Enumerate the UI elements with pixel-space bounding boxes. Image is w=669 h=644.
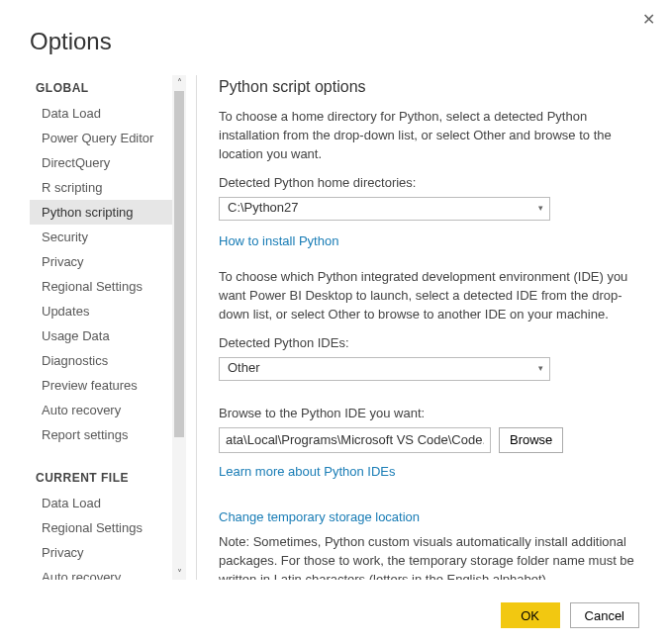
sidebar-item-cf-auto-recovery[interactable]: Auto recovery [30, 565, 172, 580]
sidebar-item-directquery[interactable]: DirectQuery [30, 150, 172, 175]
browse-button[interactable]: Browse [499, 427, 563, 453]
ide-select[interactable]: Other ▾ [219, 357, 550, 381]
sidebar-item-r-scripting[interactable]: R scripting [30, 175, 172, 200]
sidebar-item-diagnostics[interactable]: Diagnostics [30, 348, 172, 373]
sidebar-item-security[interactable]: Security [30, 225, 172, 249]
home-dir-select[interactable]: C:\Python27 ▾ [219, 197, 550, 221]
dialog-footer: OK Cancel [501, 602, 639, 628]
home-dir-value: C:\Python27 [228, 199, 299, 218]
storage-location-link[interactable]: Change temporary storage location [219, 508, 420, 527]
section-header-current-file: CURRENT FILE [30, 465, 172, 491]
sidebar-item-python-scripting[interactable]: Python scripting [30, 200, 172, 225]
sidebar-item-auto-recovery[interactable]: Auto recovery [30, 398, 172, 422]
scroll-up-icon[interactable]: ˄ [172, 75, 186, 89]
sidebar-item-updates[interactable]: Updates [30, 299, 172, 323]
content-pane: Python script options To choose a home d… [219, 75, 639, 580]
install-python-link[interactable]: How to install Python [219, 232, 338, 251]
ide-description: To choose which Python integrated develo… [219, 268, 639, 324]
sidebar-item-cf-privacy[interactable]: Privacy [30, 540, 172, 565]
ide-value: Other [228, 359, 260, 378]
learn-ide-link[interactable]: Learn more about Python IDEs [219, 463, 396, 482]
sidebar-item-cf-regional-settings[interactable]: Regional Settings [30, 515, 172, 540]
cancel-button[interactable]: Cancel [570, 602, 639, 628]
home-dir-label: Detected Python home directories: [219, 174, 639, 193]
storage-note: Note: Sometimes, Python custom visuals a… [219, 533, 639, 580]
sidebar-item-report-settings[interactable]: Report settings [30, 422, 172, 447]
sidebar-item-preview-features[interactable]: Preview features [30, 373, 172, 398]
sidebar-scrollbar[interactable]: ˄ ˅ [172, 75, 186, 580]
scroll-down-icon[interactable]: ˅ [172, 566, 186, 580]
content-heading: Python script options [219, 75, 639, 98]
scroll-thumb[interactable] [174, 91, 184, 437]
ok-button[interactable]: OK [501, 602, 560, 628]
vertical-divider [196, 75, 197, 580]
dialog-title: Options [0, 0, 669, 55]
browse-label: Browse to the Python IDE you want: [219, 405, 639, 423]
ide-path-input[interactable] [219, 427, 491, 453]
sidebar-item-cf-data-load[interactable]: Data Load [30, 491, 172, 515]
sidebar: GLOBAL Data Load Power Query Editor Dire… [30, 75, 186, 580]
sidebar-item-power-query-editor[interactable]: Power Query Editor [30, 126, 172, 150]
home-description: To choose a home directory for Python, s… [219, 108, 639, 164]
sidebar-item-data-load[interactable]: Data Load [30, 101, 172, 126]
close-icon[interactable]: ✕ [642, 10, 655, 29]
sidebar-item-usage-data[interactable]: Usage Data [30, 323, 172, 348]
sidebar-item-regional-settings[interactable]: Regional Settings [30, 274, 172, 299]
chevron-down-icon: ▾ [538, 202, 543, 215]
sidebar-item-privacy[interactable]: Privacy [30, 249, 172, 274]
ide-label: Detected Python IDEs: [219, 334, 639, 353]
section-header-global: GLOBAL [30, 75, 172, 101]
chevron-down-icon: ▾ [538, 362, 543, 375]
